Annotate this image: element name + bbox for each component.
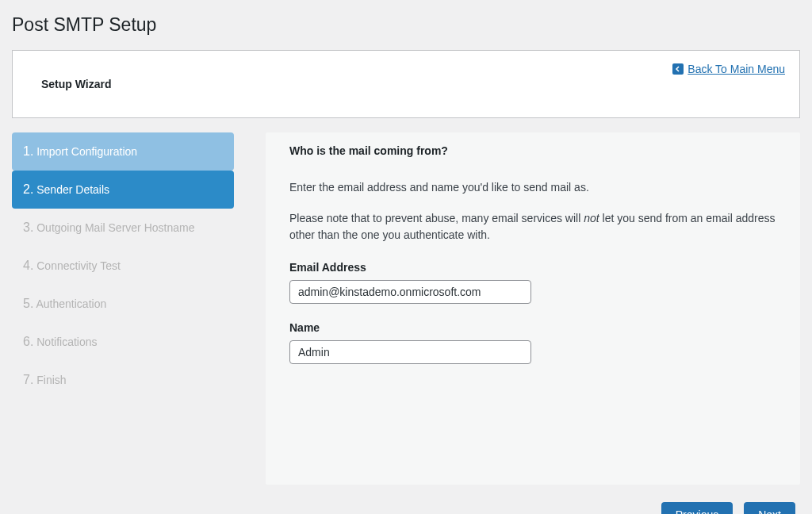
step-sender-details[interactable]: 2. Sender Details — [12, 171, 234, 209]
wizard-steps: 1. Import Configuration 2. Sender Detail… — [12, 132, 234, 399]
previous-button[interactable]: Previous — [661, 502, 733, 514]
page-title: Post SMTP Setup — [12, 0, 800, 50]
content-note: Please note that to prevent abuse, many … — [289, 210, 776, 244]
note-pre: Please note that to prevent abuse, many … — [289, 212, 584, 224]
step-number: 2. — [23, 182, 33, 196]
next-button[interactable]: Next — [744, 502, 795, 514]
note-em: not — [584, 212, 599, 224]
step-outgoing-mail-server-hostname[interactable]: 3. Outgoing Mail Server Hostname — [12, 209, 234, 247]
email-address-input[interactable] — [289, 280, 531, 304]
step-number: 4. — [23, 259, 33, 272]
step-import-configuration[interactable]: 1. Import Configuration — [12, 132, 234, 171]
step-number: 1. — [23, 144, 33, 158]
step-number: 6. — [23, 335, 33, 348]
step-finish[interactable]: 7. Finish — [12, 361, 234, 399]
back-link-label: Back To Main Menu — [688, 63, 785, 75]
email-address-label: Email Address — [289, 261, 776, 274]
step-notifications[interactable]: 6. Notifications — [12, 323, 234, 361]
name-input[interactable] — [289, 340, 531, 364]
back-to-main-menu-link[interactable]: Back To Main Menu — [672, 63, 785, 75]
step-label: Connectivity Test — [36, 259, 121, 272]
step-label: Sender Details — [36, 183, 109, 196]
step-number: 7. — [23, 373, 33, 386]
wizard-card: Back To Main Menu Setup Wizard — [12, 50, 800, 118]
step-label: Finish — [36, 374, 66, 386]
content-heading: Who is the mail coming from? — [289, 144, 776, 157]
arrow-left-icon — [672, 63, 684, 75]
footer-buttons: Previous Next — [12, 502, 800, 514]
step-label: Outgoing Mail Server Hostname — [36, 221, 194, 234]
wizard-content: Who is the mail coming from? Enter the e… — [266, 132, 800, 485]
step-connectivity-test[interactable]: 4. Connectivity Test — [12, 247, 234, 285]
step-number: 3. — [23, 221, 33, 234]
step-label: Notifications — [36, 336, 97, 348]
content-intro: Enter the email address and name you'd l… — [289, 179, 776, 196]
step-label: Import Configuration — [36, 145, 137, 158]
wizard-body: 1. Import Configuration 2. Sender Detail… — [12, 132, 800, 485]
step-number: 5. — [23, 297, 33, 310]
name-label: Name — [289, 321, 776, 334]
wizard-title: Setup Wizard — [30, 67, 782, 102]
step-authentication[interactable]: 5. Authentication — [12, 285, 234, 323]
step-label: Authentication — [36, 297, 106, 310]
